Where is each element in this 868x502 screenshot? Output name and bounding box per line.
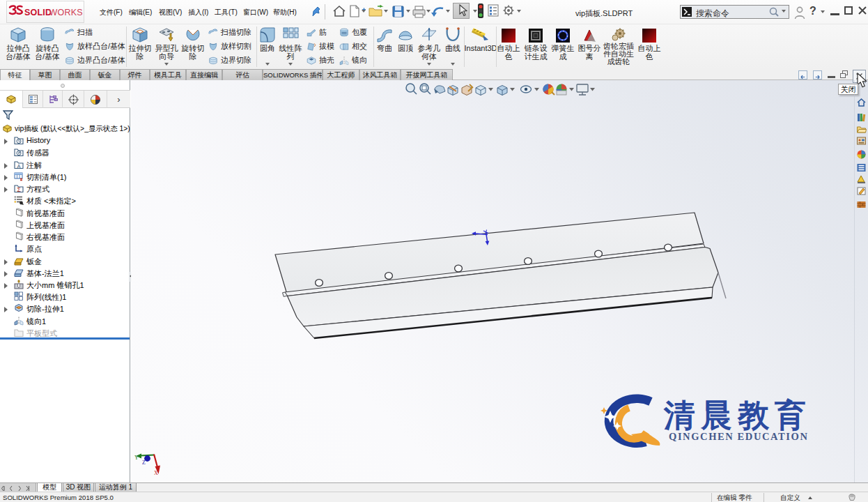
svg-text:SOLID: SOLID [24,8,52,17]
svg-text:清晨教育: 清晨教育 [663,398,812,433]
svg-text:WORKS: WORKS [49,8,83,17]
svg-text:A: A [17,163,21,169]
svg-text:Z: Z [142,459,146,466]
svg-text:X: X [154,470,158,476]
svg-text:QINGCHEN EDUCATION: QINGCHEN EDUCATION [669,431,809,442]
svg-text:Y: Y [134,455,139,461]
svg-text:Σ: Σ [17,186,21,193]
